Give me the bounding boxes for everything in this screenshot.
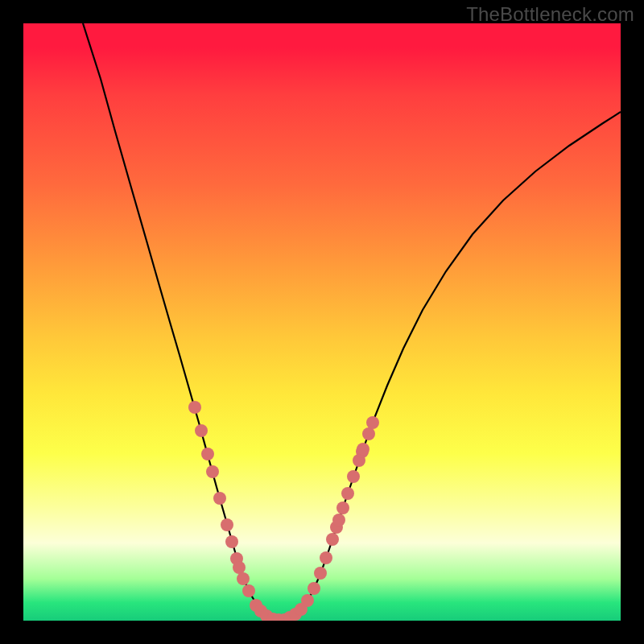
left-dots-point [213,492,226,505]
left-dots-point [188,401,201,414]
curve-svg [23,23,621,621]
left-dots-point [195,424,208,437]
dots-right [326,416,379,546]
plot-area [23,23,621,621]
bottom-dots-point [301,594,314,607]
right-dots-point [362,427,375,440]
bottom-dots-point [320,551,332,564]
dots-left [188,401,250,585]
right-dots-point [347,470,360,483]
left-dots-point [237,572,250,585]
right-dots-point [336,502,349,514]
watermark-text: TheBottleneck.com [466,3,634,26]
left-dots-point [233,561,246,574]
dots-bottom [242,551,332,621]
right-dots-point [326,533,339,546]
bottom-dots-point [242,584,255,597]
left-dots-point [206,465,219,478]
bottom-dots-point [314,567,327,580]
left-dots-point [201,448,214,460]
right-dots-point [366,416,379,429]
right-dots-point [357,443,369,456]
left-dots-point [225,535,238,548]
left-dots-point [221,518,233,531]
right-dots-point [341,487,354,500]
bottleneck-curve [83,23,621,620]
bottom-dots-point [308,582,320,595]
right-dots-point [332,514,345,526]
chart-stage: TheBottleneck.com [0,0,644,644]
